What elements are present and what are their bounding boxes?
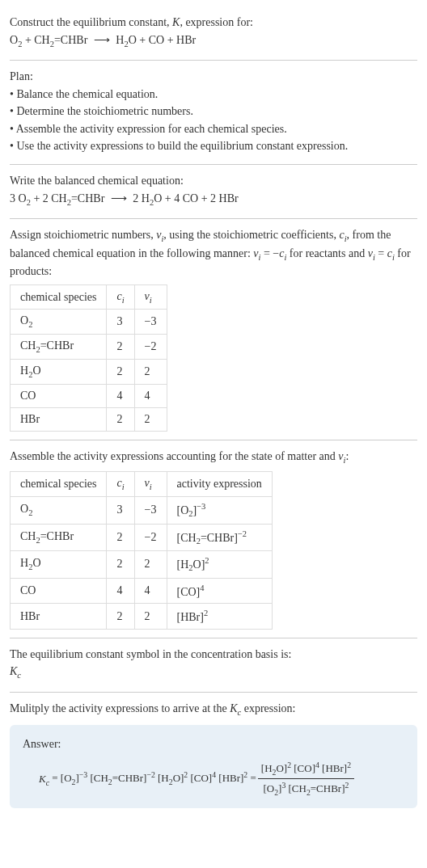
cell-ci: 3 xyxy=(107,497,134,524)
answer-denominator: [O2]3 [CH2=CHBr]2 xyxy=(260,779,352,797)
table-row: H2O 2 2 [H2O]2 xyxy=(11,551,273,578)
plan-section: Plan: • Balance the chemical equation. •… xyxy=(10,61,417,165)
cell-ci: 4 xyxy=(107,384,134,407)
header-section: Construct the equilibrium constant, K, e… xyxy=(10,6,417,61)
cell-ci: 3 xyxy=(107,310,134,335)
activity-intro: Assemble the activity expressions accoun… xyxy=(10,449,417,466)
th-ci: ci xyxy=(107,284,134,310)
stoich-table: chemical species ci νi O2 3 −3 CH2=CHBr … xyxy=(10,284,167,432)
multiply-section: Mulitply the activity expressions to arr… xyxy=(10,693,417,816)
cell-species: HBr xyxy=(11,604,107,630)
cell-ci: 2 xyxy=(107,407,134,431)
cell-ci: 2 xyxy=(107,604,134,630)
th-activity: activity expression xyxy=(167,472,272,497)
th-vi: νi xyxy=(134,284,167,310)
plan-item: • Assemble the activity expression for e… xyxy=(10,121,417,137)
stoich-section: Assign stoichiometric numbers, νi, using… xyxy=(10,219,417,440)
activity-section: Assemble the activity expressions accoun… xyxy=(10,440,417,638)
table-header-row: chemical species ci νi activity expressi… xyxy=(11,472,273,497)
table-row: CH2=CHBr 2 −2 [CH2=CHBr]−2 xyxy=(11,524,273,550)
cell-vi: 2 xyxy=(134,407,167,431)
th-ci: ci xyxy=(107,472,134,497)
table-row: O2 3 −3 xyxy=(11,310,167,335)
cell-ci: 2 xyxy=(107,335,134,360)
table-row: O2 3 −3 [O2]−3 xyxy=(11,497,273,524)
answer-equation: Kc = [O2]−3 [CH2=CHBr]−2 [H2O]2 [CO]4 [H… xyxy=(23,761,404,797)
th-species: chemical species xyxy=(11,284,107,310)
th-species: chemical species xyxy=(11,472,107,497)
table-row: HBr 2 2 [HBr]2 xyxy=(11,604,273,630)
cell-species: CO xyxy=(11,384,107,407)
cell-vi: 2 xyxy=(134,604,167,630)
cell-vi: 2 xyxy=(134,360,167,385)
cell-species: H2O xyxy=(11,551,107,578)
th-vi: νi xyxy=(134,472,167,497)
table-row: CO 4 4 xyxy=(11,384,167,407)
cell-vi: −3 xyxy=(134,497,167,524)
cell-vi: −2 xyxy=(134,524,167,550)
plan-title: Plan: xyxy=(10,69,417,85)
answer-label: Answer: xyxy=(23,736,404,752)
answer-fraction: [H2O]2 [CO]4 [HBr]2 [O2]3 [CH2=CHBr]2 xyxy=(258,761,354,797)
cell-activity: [CH2=CHBr]−2 xyxy=(167,524,272,550)
table-row: HBr 2 2 xyxy=(11,407,167,431)
symbol-line1: The equilibrium constant symbol in the c… xyxy=(10,647,417,663)
multiply-title: Mulitply the activity expressions to arr… xyxy=(10,701,417,718)
cell-species: CH2=CHBr xyxy=(11,335,107,360)
cell-ci: 2 xyxy=(107,524,134,550)
balanced-title: Write the balanced chemical equation: xyxy=(10,173,417,189)
balanced-section: Write the balanced chemical equation: 3 … xyxy=(10,165,417,219)
plan-item: • Determine the stoichiometric numbers. xyxy=(10,103,417,120)
table-row: H2O 2 2 xyxy=(11,360,167,385)
cell-vi: 2 xyxy=(134,551,167,578)
cell-species: CH2=CHBr xyxy=(11,524,107,550)
activity-table: chemical species ci νi activity expressi… xyxy=(10,471,273,629)
table-header-row: chemical species ci νi xyxy=(11,284,167,310)
cell-species: O2 xyxy=(11,310,107,335)
header-equation: O2 + CH2=CHBr ⟶ H2O + CO + HBr xyxy=(10,32,417,50)
plan-item: • Balance the chemical equation. xyxy=(10,86,417,103)
header-line1: Construct the equilibrium constant, K, e… xyxy=(10,15,417,31)
plan-item: • Use the activity expressions to build … xyxy=(10,138,417,154)
cell-activity: [O2]−3 xyxy=(167,497,272,524)
cell-ci: 2 xyxy=(107,551,134,578)
table-row: CH2=CHBr 2 −2 xyxy=(11,335,167,360)
table-row: CO 4 4 [CO]4 xyxy=(11,578,273,604)
cell-ci: 4 xyxy=(107,578,134,604)
cell-vi: −3 xyxy=(134,310,167,335)
answer-box: Answer: Kc = [O2]−3 [CH2=CHBr]−2 [H2O]2 … xyxy=(10,725,417,807)
symbol-section: The equilibrium constant symbol in the c… xyxy=(10,638,417,693)
cell-species: H2O xyxy=(11,360,107,385)
cell-activity: [HBr]2 xyxy=(167,604,272,630)
cell-vi: −2 xyxy=(134,335,167,360)
balanced-equation: 3 O2 + 2 CH2=CHBr ⟶ 2 H2O + 4 CO + 2 HBr xyxy=(10,191,417,209)
answer-lhs: Kc = [O2]−3 [CH2=CHBr]−2 [H2O]2 [CO]4 [H… xyxy=(39,770,256,786)
cell-species: HBr xyxy=(11,407,107,431)
cell-species: CO xyxy=(11,578,107,604)
answer-numerator: [H2O]2 [CO]4 [HBr]2 xyxy=(258,761,354,779)
cell-activity: [CO]4 xyxy=(167,578,272,604)
symbol-line2: Kc xyxy=(10,664,417,681)
cell-activity: [H2O]2 xyxy=(167,551,272,578)
stoich-intro: Assign stoichiometric numbers, νi, using… xyxy=(10,227,417,280)
cell-vi: 4 xyxy=(134,384,167,407)
cell-species: O2 xyxy=(11,497,107,524)
cell-vi: 4 xyxy=(134,578,167,604)
cell-ci: 2 xyxy=(107,360,134,385)
